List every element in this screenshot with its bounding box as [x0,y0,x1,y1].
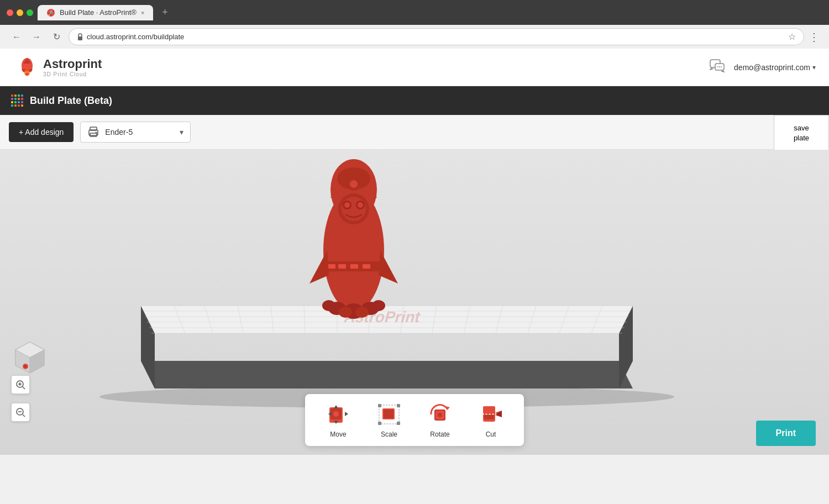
close-dot[interactable] [7,9,13,16]
refresh-button[interactable]: ↻ [49,29,64,45]
bookmark-button[interactable]: ☆ [788,32,796,42]
printer-dropdown-arrow: ▾ [180,128,183,136]
save-plate-button[interactable]: saveplate [774,115,829,151]
logo-area: Astroprint 3D Print Cloud [13,55,102,80]
rotate-label: Rotate [430,431,449,438]
svg-rect-58 [338,264,346,269]
tab-favicon: 🚀 [46,8,55,17]
address-bar-container: ← → ↻ cloud.astroprint.com/buildplate ☆ … [0,25,829,49]
logo-text-area: Astroprint 3D Print Cloud [43,57,102,77]
svg-point-13 [719,66,720,67]
browser-titlebar: 🚀 Build Plate · AstroPrint® × + [0,0,829,25]
svg-point-9 [25,72,29,76]
tab-close-button[interactable]: × [141,9,144,16]
svg-line-79 [23,387,25,389]
zoom-in-button[interactable] [11,375,30,394]
browser-menu-button[interactable]: ⋮ [809,30,820,44]
forward-button[interactable]: → [29,29,44,45]
lock-icon [77,33,83,41]
rotate-tool[interactable]: Rotate [427,402,453,438]
cut-tool[interactable]: Cut [478,402,504,438]
svg-point-54 [344,202,350,208]
printer-name-text: Ender-5 [105,128,133,136]
svg-point-85 [333,411,339,417]
user-menu[interactable]: demo@astroprint.com ▾ [734,63,816,72]
zoom-out-button[interactable] [11,403,30,422]
minimize-dot[interactable] [17,9,23,16]
svg-rect-59 [350,264,358,269]
svg-rect-99 [483,406,495,414]
address-bar[interactable]: cloud.astroprint.com/buildplate ☆ [69,28,804,45]
cut-label: Cut [486,431,496,438]
logo-main-text: Astroprint [43,57,102,71]
scale-tool[interactable]: Scale [376,402,402,438]
add-design-button[interactable]: + Add design [9,122,74,142]
grid-icon [11,95,23,107]
svg-point-55 [358,202,363,208]
svg-rect-91 [378,422,381,425]
move-tool[interactable]: Move [325,402,351,438]
user-email-text: demo@astroprint.com [734,63,810,72]
cube-navigator[interactable] [10,338,50,377]
printer-icon [87,127,99,138]
svg-point-14 [721,66,722,67]
logo-icon [13,55,41,80]
svg-point-66 [339,307,352,318]
viewport: AstroPrint [0,150,829,455]
maximize-dot[interactable] [27,9,33,16]
svg-point-18 [96,132,97,134]
svg-rect-17 [90,133,97,136]
svg-point-65 [372,300,385,311]
logo-sub-text: 3D Print Cloud [43,71,102,77]
toolbar: + Add design Ender-5 ▾ saveplate removea… [0,115,829,150]
svg-line-82 [23,414,25,417]
browser-chrome: 🚀 Build Plate · AstroPrint® × + ← → ↻ cl… [0,0,829,49]
url-text: cloud.astroprint.com/buildplate [87,33,785,41]
scale-label: Scale [381,431,397,438]
svg-point-69 [350,180,358,188]
back-button[interactable]: ← [9,29,24,45]
header-right: demo@astroprint.com ▾ [710,59,816,76]
svg-rect-88 [384,410,393,418]
print-button[interactable]: Print [756,421,816,446]
chat-button[interactable] [710,59,725,76]
app-header: Astroprint 3D Print Cloud demo@astroprin… [0,49,829,86]
tab-title: Build Plate · AstroPrint® [60,8,137,17]
svg-rect-90 [397,404,400,407]
svg-point-64 [322,300,335,311]
browser-tab[interactable]: 🚀 Build Plate · AstroPrint® × [38,5,153,20]
svg-rect-57 [328,264,335,269]
svg-point-95 [438,413,442,417]
bottom-toolbar: Move Scale Ro [305,394,524,446]
browser-dots [7,9,33,16]
svg-rect-60 [363,264,370,269]
svg-marker-20 [141,361,633,389]
printer-select[interactable]: Ender-5 ▾ [80,122,191,143]
left-zoom-tools [11,375,30,422]
svg-text:🚀: 🚀 [48,9,55,17]
svg-point-12 [717,66,718,67]
page-header: Build Plate (Beta) [0,86,829,115]
svg-point-67 [355,307,369,318]
user-dropdown-arrow: ▾ [812,64,816,71]
new-tab-button[interactable]: + [158,4,172,20]
rocket-model[interactable] [287,150,420,344]
svg-rect-89 [378,404,381,407]
move-label: Move [330,431,346,438]
svg-point-75 [24,365,27,368]
page-title: Build Plate (Beta) [30,95,112,107]
svg-rect-2 [78,36,82,40]
svg-rect-92 [397,422,400,425]
